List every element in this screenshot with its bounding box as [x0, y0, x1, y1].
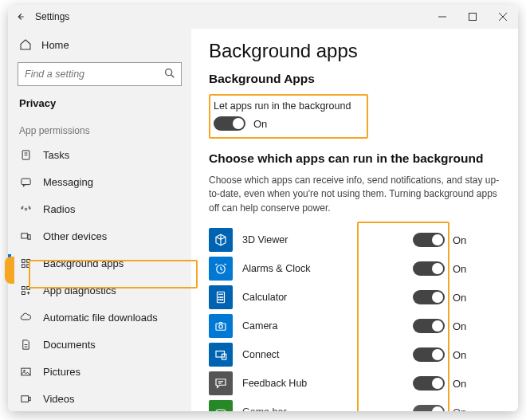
minimize-button[interactable] — [427, 5, 457, 29]
svg-point-36 — [219, 325, 223, 329]
page-title: Background apps — [209, 40, 500, 62]
close-button[interactable] — [488, 5, 518, 29]
sidebar-item-label: Pictures — [43, 366, 80, 378]
search-wrap — [18, 62, 182, 86]
highlight-tab-marker — [5, 257, 14, 284]
sidebar-item-app-diagnostics[interactable]: App diagnostics — [8, 277, 191, 304]
sidebar-item-documents[interactable]: Documents — [8, 331, 191, 358]
app-name: Connect — [233, 349, 413, 360]
search-input[interactable] — [18, 62, 182, 86]
sidebar-item-videos[interactable]: Videos — [8, 385, 191, 411]
app-row-3d-viewer: 3D Viewer On — [209, 226, 500, 253]
svg-point-33 — [220, 300, 221, 300]
svg-rect-20 — [22, 291, 25, 294]
sidebar: Home Privacy App permissions Tasks — [8, 29, 191, 411]
sidebar-item-label: Radios — [43, 203, 75, 215]
app-name: 3D Viewer — [233, 234, 413, 245]
master-toggle[interactable] — [214, 116, 245, 131]
sidebar-item-label: Videos — [43, 393, 75, 405]
app-row-camera: Camera On — [209, 312, 500, 340]
app-toggle-calculator[interactable] — [413, 290, 445, 304]
app-name: Feedback Hub — [233, 378, 413, 389]
app-toggle-state: On — [453, 378, 466, 390]
sidebar-item-file-downloads[interactable]: Automatic file downloads — [8, 304, 191, 331]
sidebar-item-label: Messaging — [43, 176, 93, 188]
app-toggle-feedback[interactable] — [413, 376, 445, 391]
back-button[interactable] — [8, 5, 32, 29]
document-icon — [19, 338, 32, 351]
app-name: Camera — [233, 320, 413, 332]
svg-rect-17 — [26, 264, 29, 267]
devices-icon — [19, 230, 32, 242]
sidebar-item-background-apps[interactable]: Background apps — [8, 249, 191, 277]
app-toggle-state: On — [453, 349, 466, 361]
sidebar-item-other-devices[interactable]: Other devices — [8, 222, 191, 249]
app-toggle-state: On — [453, 320, 466, 332]
sidebar-category: Privacy — [8, 94, 191, 117]
svg-rect-2 — [469, 14, 477, 21]
app-toggle-alarms[interactable] — [413, 261, 445, 276]
section-heading-background-apps: Background Apps — [209, 72, 500, 86]
radios-icon — [19, 202, 32, 215]
app-row-feedback-hub: Feedback Hub On — [209, 370, 500, 397]
sidebar-home-label: Home — [41, 39, 69, 51]
app-name: Calculator — [233, 292, 413, 303]
app-toggle-state: On — [453, 406, 466, 411]
pictures-icon — [19, 365, 32, 378]
svg-rect-12 — [21, 233, 27, 237]
sidebar-item-label: Automatic file downloads — [43, 312, 158, 324]
home-icon — [19, 38, 32, 51]
sidebar-item-tasks[interactable]: Tasks — [8, 141, 191, 168]
app-row-game-bar: Game bar On — [209, 398, 500, 411]
sidebar-item-label: Other devices — [43, 230, 107, 242]
settings-window: Settings Home — [8, 5, 518, 411]
section-description: Choose which apps can receive info, send… — [209, 174, 500, 215]
app-row-calculator: Calculator On — [209, 284, 500, 311]
app-row-alarms-clock: Alarms & Clock On — [209, 255, 500, 282]
master-toggle-state: On — [253, 118, 267, 130]
sidebar-item-label: Background apps — [43, 257, 124, 269]
app-toggle-camera[interactable] — [413, 319, 445, 333]
app-toggle-gamebar[interactable] — [413, 405, 445, 411]
sidebar-item-label: Tasks — [43, 149, 69, 161]
app-icon-alarms — [209, 257, 233, 281]
app-toggle-state: On — [453, 263, 466, 275]
svg-rect-13 — [28, 234, 30, 239]
sidebar-item-label: Documents — [43, 339, 96, 351]
cloud-download-icon — [19, 311, 32, 324]
app-icon-connect — [209, 343, 233, 367]
app-icon-calculator — [209, 285, 233, 309]
svg-rect-41 — [216, 410, 226, 411]
sidebar-item-messaging[interactable]: Messaging — [8, 168, 191, 195]
sidebar-item-pictures[interactable]: Pictures — [8, 358, 191, 385]
svg-point-32 — [218, 300, 219, 300]
svg-rect-14 — [22, 259, 25, 262]
svg-point-11 — [25, 208, 27, 210]
app-icon-feedback — [209, 371, 233, 395]
titlebar: Settings — [8, 5, 518, 29]
svg-rect-25 — [21, 395, 28, 402]
app-toggle-state: On — [453, 292, 466, 304]
svg-rect-18 — [22, 286, 25, 289]
app-icon-gamebar — [209, 400, 233, 411]
sidebar-home[interactable]: Home — [8, 32, 191, 57]
diagnostics-icon — [19, 284, 32, 296]
highlight-master-toggle: Let apps run in the background On — [209, 94, 368, 139]
tasks-icon — [19, 148, 32, 161]
svg-rect-15 — [26, 259, 29, 262]
master-toggle-label: Let apps run in the background — [214, 100, 359, 112]
app-toggle-3d-viewer[interactable] — [413, 233, 445, 247]
app-toggle-connect[interactable] — [413, 347, 445, 362]
svg-rect-19 — [26, 286, 29, 289]
app-row-connect: Connect On — [209, 341, 500, 368]
app-name: Game bar — [233, 406, 413, 411]
maximize-button[interactable] — [457, 5, 488, 29]
svg-point-29 — [218, 297, 219, 298]
sidebar-item-radios[interactable]: Radios — [8, 195, 191, 222]
messaging-icon — [19, 175, 32, 188]
window-controls — [427, 5, 518, 29]
sidebar-section: App permissions — [8, 117, 191, 141]
window-title: Settings — [32, 11, 69, 22]
svg-point-34 — [222, 300, 223, 300]
app-icon-camera — [209, 314, 233, 338]
